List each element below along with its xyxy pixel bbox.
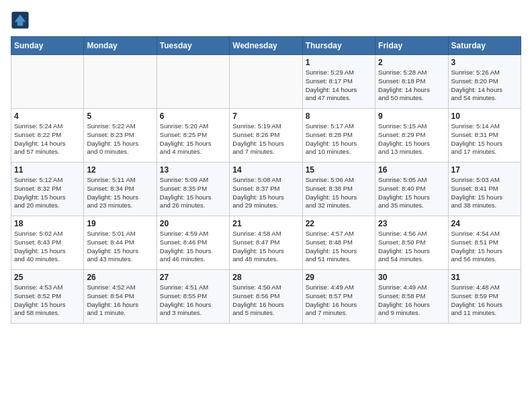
calendar-cell: 13Sunrise: 5:09 AM Sunset: 8:35 PM Dayli… bbox=[157, 163, 229, 216]
day-number: 18 bbox=[14, 219, 81, 228]
calendar-cell bbox=[84, 55, 157, 109]
calendar-cell: 20Sunrise: 4:59 AM Sunset: 8:46 PM Dayli… bbox=[157, 216, 229, 270]
calendar-cell: 11Sunrise: 5:12 AM Sunset: 8:32 PM Dayli… bbox=[11, 163, 84, 216]
weekday-header: Sunday bbox=[11, 37, 84, 55]
calendar-cell: 3Sunrise: 5:26 AM Sunset: 8:20 PM Daylig… bbox=[448, 55, 521, 109]
day-info: Sunrise: 5:06 AM Sunset: 8:38 PM Dayligh… bbox=[306, 176, 372, 210]
day-number: 27 bbox=[160, 273, 226, 282]
day-number: 24 bbox=[451, 219, 518, 228]
calendar-cell: 4Sunrise: 5:24 AM Sunset: 8:22 PM Daylig… bbox=[11, 109, 84, 163]
day-info: Sunrise: 5:20 AM Sunset: 8:25 PM Dayligh… bbox=[160, 122, 226, 156]
calendar-cell: 14Sunrise: 5:08 AM Sunset: 8:37 PM Dayli… bbox=[230, 163, 302, 216]
logo-icon bbox=[11, 11, 30, 30]
day-number: 4 bbox=[14, 111, 81, 121]
calendar-cell bbox=[11, 55, 84, 109]
day-info: Sunrise: 5:14 AM Sunset: 8:31 PM Dayligh… bbox=[451, 122, 518, 156]
day-info: Sunrise: 4:49 AM Sunset: 8:58 PM Dayligh… bbox=[378, 283, 445, 318]
day-number: 9 bbox=[378, 111, 445, 121]
day-info: Sunrise: 5:15 AM Sunset: 8:29 PM Dayligh… bbox=[378, 122, 445, 156]
day-number: 19 bbox=[87, 219, 153, 228]
day-number: 23 bbox=[378, 219, 445, 228]
day-number: 26 bbox=[87, 273, 153, 282]
day-info: Sunrise: 5:05 AM Sunset: 8:40 PM Dayligh… bbox=[378, 176, 445, 210]
day-number: 7 bbox=[232, 111, 299, 121]
day-info: Sunrise: 4:49 AM Sunset: 8:57 PM Dayligh… bbox=[306, 283, 372, 318]
calendar-cell: 9Sunrise: 5:15 AM Sunset: 8:29 PM Daylig… bbox=[375, 109, 448, 163]
day-number: 6 bbox=[160, 111, 226, 121]
calendar-cell: 22Sunrise: 4:57 AM Sunset: 8:48 PM Dayli… bbox=[302, 216, 375, 270]
calendar-cell: 1Sunrise: 5:29 AM Sunset: 8:17 PM Daylig… bbox=[302, 55, 375, 109]
day-info: Sunrise: 5:26 AM Sunset: 8:20 PM Dayligh… bbox=[451, 68, 518, 103]
calendar-week: 11Sunrise: 5:12 AM Sunset: 8:32 PM Dayli… bbox=[11, 163, 521, 216]
day-info: Sunrise: 5:29 AM Sunset: 8:17 PM Dayligh… bbox=[306, 68, 372, 103]
calendar-cell bbox=[157, 55, 229, 109]
calendar-cell: 25Sunrise: 4:53 AM Sunset: 8:52 PM Dayli… bbox=[11, 270, 84, 324]
calendar-week: 18Sunrise: 5:02 AM Sunset: 8:43 PM Dayli… bbox=[11, 216, 521, 270]
calendar-cell: 19Sunrise: 5:01 AM Sunset: 8:44 PM Dayli… bbox=[84, 216, 157, 270]
day-info: Sunrise: 4:57 AM Sunset: 8:48 PM Dayligh… bbox=[306, 230, 372, 264]
day-info: Sunrise: 5:08 AM Sunset: 8:37 PM Dayligh… bbox=[232, 176, 299, 210]
calendar-cell: 29Sunrise: 4:49 AM Sunset: 8:57 PM Dayli… bbox=[302, 270, 375, 324]
day-number: 17 bbox=[451, 165, 518, 175]
calendar-week: 25Sunrise: 4:53 AM Sunset: 8:52 PM Dayli… bbox=[11, 270, 521, 324]
day-info: Sunrise: 4:58 AM Sunset: 8:47 PM Dayligh… bbox=[232, 230, 299, 264]
calendar-week: 4Sunrise: 5:24 AM Sunset: 8:22 PM Daylig… bbox=[11, 109, 521, 163]
calendar-week: 1Sunrise: 5:29 AM Sunset: 8:17 PM Daylig… bbox=[11, 55, 521, 109]
calendar-cell: 18Sunrise: 5:02 AM Sunset: 8:43 PM Dayli… bbox=[11, 216, 84, 270]
day-number: 1 bbox=[306, 58, 372, 67]
weekday-header: Wednesday bbox=[230, 37, 302, 55]
day-number: 16 bbox=[378, 165, 445, 175]
calendar-cell: 24Sunrise: 4:54 AM Sunset: 8:51 PM Dayli… bbox=[448, 216, 521, 270]
calendar-cell: 31Sunrise: 4:48 AM Sunset: 8:59 PM Dayli… bbox=[448, 270, 521, 324]
calendar-cell: 7Sunrise: 5:19 AM Sunset: 8:26 PM Daylig… bbox=[230, 109, 302, 163]
day-number: 2 bbox=[378, 58, 445, 67]
weekday-header: Saturday bbox=[448, 37, 521, 55]
day-info: Sunrise: 5:09 AM Sunset: 8:35 PM Dayligh… bbox=[160, 176, 226, 210]
day-info: Sunrise: 5:19 AM Sunset: 8:26 PM Dayligh… bbox=[232, 122, 299, 156]
calendar-header: SundayMondayTuesdayWednesdayThursdayFrid… bbox=[11, 37, 521, 55]
day-info: Sunrise: 4:56 AM Sunset: 8:50 PM Dayligh… bbox=[378, 230, 445, 264]
weekday-header: Friday bbox=[375, 37, 448, 55]
day-info: Sunrise: 4:48 AM Sunset: 8:59 PM Dayligh… bbox=[451, 283, 518, 318]
calendar-cell: 6Sunrise: 5:20 AM Sunset: 8:25 PM Daylig… bbox=[157, 109, 229, 163]
calendar-cell: 27Sunrise: 4:51 AM Sunset: 8:55 PM Dayli… bbox=[157, 270, 229, 324]
day-info: Sunrise: 5:01 AM Sunset: 8:44 PM Dayligh… bbox=[87, 230, 153, 264]
day-number: 12 bbox=[87, 165, 153, 175]
day-info: Sunrise: 4:53 AM Sunset: 8:52 PM Dayligh… bbox=[14, 283, 81, 318]
day-info: Sunrise: 5:17 AM Sunset: 8:28 PM Dayligh… bbox=[306, 122, 372, 156]
day-number: 5 bbox=[87, 111, 153, 121]
day-number: 25 bbox=[14, 273, 81, 282]
day-number: 8 bbox=[306, 111, 372, 121]
day-number: 15 bbox=[306, 165, 372, 175]
calendar-cell: 23Sunrise: 4:56 AM Sunset: 8:50 PM Dayli… bbox=[375, 216, 448, 270]
calendar-table: SundayMondayTuesdayWednesdayThursdayFrid… bbox=[11, 36, 521, 324]
day-number: 21 bbox=[232, 219, 299, 228]
day-number: 3 bbox=[451, 58, 518, 67]
calendar-cell: 2Sunrise: 5:28 AM Sunset: 8:18 PM Daylig… bbox=[375, 55, 448, 109]
day-info: Sunrise: 4:54 AM Sunset: 8:51 PM Dayligh… bbox=[451, 230, 518, 264]
day-number: 20 bbox=[160, 219, 226, 228]
calendar-cell: 26Sunrise: 4:52 AM Sunset: 8:54 PM Dayli… bbox=[84, 270, 157, 324]
day-number: 31 bbox=[451, 273, 518, 282]
calendar-cell: 10Sunrise: 5:14 AM Sunset: 8:31 PM Dayli… bbox=[448, 109, 521, 163]
calendar-cell: 21Sunrise: 4:58 AM Sunset: 8:47 PM Dayli… bbox=[230, 216, 302, 270]
calendar-cell: 28Sunrise: 4:50 AM Sunset: 8:56 PM Dayli… bbox=[230, 270, 302, 324]
day-number: 29 bbox=[306, 273, 372, 282]
calendar-cell: 8Sunrise: 5:17 AM Sunset: 8:28 PM Daylig… bbox=[302, 109, 375, 163]
day-info: Sunrise: 5:11 AM Sunset: 8:34 PM Dayligh… bbox=[87, 176, 153, 210]
weekday-header: Tuesday bbox=[157, 37, 229, 55]
calendar-cell: 5Sunrise: 5:22 AM Sunset: 8:23 PM Daylig… bbox=[84, 109, 157, 163]
calendar-cell: 16Sunrise: 5:05 AM Sunset: 8:40 PM Dayli… bbox=[375, 163, 448, 216]
day-info: Sunrise: 4:59 AM Sunset: 8:46 PM Dayligh… bbox=[160, 230, 226, 264]
calendar-body: 1Sunrise: 5:29 AM Sunset: 8:17 PM Daylig… bbox=[11, 55, 521, 324]
day-info: Sunrise: 5:03 AM Sunset: 8:41 PM Dayligh… bbox=[451, 176, 518, 210]
day-info: Sunrise: 5:02 AM Sunset: 8:43 PM Dayligh… bbox=[14, 230, 81, 264]
day-info: Sunrise: 5:24 AM Sunset: 8:22 PM Dayligh… bbox=[14, 122, 81, 156]
calendar-cell: 30Sunrise: 4:49 AM Sunset: 8:58 PM Dayli… bbox=[375, 270, 448, 324]
day-info: Sunrise: 4:52 AM Sunset: 8:54 PM Dayligh… bbox=[87, 283, 153, 318]
day-number: 11 bbox=[14, 165, 81, 175]
day-info: Sunrise: 4:50 AM Sunset: 8:56 PM Dayligh… bbox=[232, 283, 299, 318]
calendar-cell: 12Sunrise: 5:11 AM Sunset: 8:34 PM Dayli… bbox=[84, 163, 157, 216]
weekday-header: Monday bbox=[84, 37, 157, 55]
day-info: Sunrise: 5:28 AM Sunset: 8:18 PM Dayligh… bbox=[378, 68, 445, 103]
